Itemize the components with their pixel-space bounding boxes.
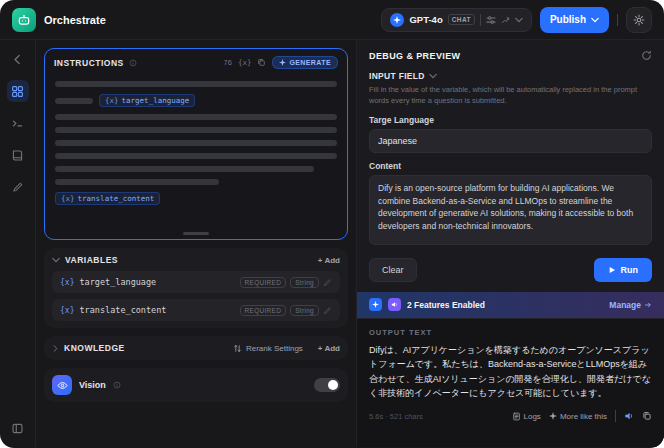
variable-token: {x} (60, 278, 74, 287)
knowledge-section: KNOWLEDGE Rerank Settings + Add (44, 336, 348, 360)
feature-sparkle-icon (369, 298, 382, 311)
back-button[interactable] (7, 48, 29, 70)
copy-icon[interactable] (257, 58, 266, 67)
variable-row-meta: REQUIRED String (240, 277, 333, 288)
instructions-toolbar: 76 {x} GENERATE (224, 56, 338, 69)
more-like-this-label: More like this (560, 412, 607, 421)
model-provider-icon (390, 13, 404, 27)
terminal-icon (11, 117, 24, 130)
collapse-panel-button[interactable] (7, 417, 29, 439)
insert-variable-button[interactable]: {x} (238, 58, 252, 67)
vision-icon (52, 375, 72, 395)
input-field-description: Fill in the value of the variable, which… (369, 85, 652, 107)
orchestrate-column: INSTRUCTIONS 76 {x} GENERATE (36, 40, 356, 447)
add-knowledge-button[interactable]: + Add (318, 344, 340, 353)
left-icon-rail (0, 40, 36, 447)
variable-row[interactable]: {x} target_language REQUIRED String (52, 271, 340, 293)
app-settings-button[interactable] (626, 7, 652, 33)
input-field-header[interactable]: INPUT FIELD (369, 71, 652, 81)
text-to-speech-button[interactable] (624, 411, 634, 421)
manage-label: Manage (609, 300, 641, 310)
features-label: 2 Features Enabled (407, 300, 485, 310)
run-controls: Clear Run (369, 258, 652, 282)
add-variable-button[interactable]: + Add (318, 256, 340, 265)
skeleton-line (55, 114, 337, 120)
model-name: GPT-4o (409, 14, 442, 25)
rerank-settings-button[interactable]: Rerank Settings (233, 344, 303, 353)
sparkle-icon (549, 412, 557, 420)
arrow-left-icon (11, 53, 24, 66)
manage-features-link[interactable]: Manage (609, 300, 652, 310)
clear-button[interactable]: Clear (369, 258, 417, 282)
model-temperature-icon[interactable] (501, 15, 510, 24)
copy-icon (642, 411, 652, 421)
divider (617, 14, 618, 26)
edit-variable-icon[interactable] (323, 278, 332, 287)
variable-row-meta: REQUIRED String (240, 305, 333, 316)
publish-label: Publish (550, 14, 586, 25)
play-icon (608, 266, 616, 274)
instructions-title: INSTRUCTIONS (54, 58, 124, 68)
divider (480, 14, 481, 26)
toggle-knob (328, 380, 338, 390)
model-params-icon[interactable] (486, 15, 496, 25)
variable-name: target_language (122, 96, 190, 105)
app-logo-icon[interactable] (12, 8, 36, 32)
more-like-this-button[interactable]: More like this (549, 412, 607, 421)
features-bar[interactable]: 2 Features Enabled Manage (357, 292, 664, 318)
prompt-editor[interactable]: {x} target_language {x} translate_conten… (45, 73, 347, 239)
restart-icon[interactable] (641, 50, 652, 61)
instructions-panel: INSTRUCTIONS 76 {x} GENERATE (44, 48, 348, 240)
variable-name: translate_content (79, 305, 166, 315)
vision-toggle[interactable] (314, 378, 340, 392)
type-badge: String (290, 277, 319, 288)
field-label: Targe Language (369, 115, 652, 125)
output-actions: Logs More like this (512, 410, 652, 422)
resize-handle[interactable] (183, 232, 209, 235)
run-button[interactable]: Run (594, 258, 653, 282)
variable-chip[interactable]: {x} target_language (99, 94, 195, 107)
prompt-line: {x} translate_content (55, 192, 337, 205)
skeleton-line (55, 166, 314, 172)
variable-token: {x} (60, 306, 74, 315)
sidebar-item-logs[interactable] (7, 144, 29, 166)
variable-token: {x} (105, 96, 119, 105)
copy-output-button[interactable] (642, 411, 652, 421)
sidebar-item-api[interactable] (7, 112, 29, 134)
sidebar-item-annotations[interactable] (7, 176, 29, 198)
model-chevron-down-icon (515, 16, 523, 24)
book-icon (11, 149, 24, 162)
info-icon (129, 59, 137, 67)
sidebar-item-orchestrate[interactable] (7, 80, 29, 102)
debug-preview-panel: DEBUG & PREVIEW INPUT FIELD Fill in the … (356, 40, 664, 447)
document-icon (512, 412, 521, 421)
edit-variable-icon[interactable] (323, 306, 332, 315)
app-window: Orchestrate GPT-4o CHAT (0, 0, 664, 448)
skeleton-line (55, 140, 337, 146)
variable-row[interactable]: {x} translate_content REQUIRED String (52, 299, 340, 321)
model-selector[interactable]: GPT-4o CHAT (381, 8, 531, 32)
publish-button[interactable]: Publish (540, 7, 609, 33)
sparkle-icon (279, 59, 286, 66)
run-label: Run (621, 265, 639, 275)
feature-speech-icon (388, 298, 401, 311)
layout-panel-icon (11, 422, 24, 435)
chevron-right-icon (52, 345, 59, 352)
variable-name: target_language (79, 277, 156, 287)
variable-chip[interactable]: {x} translate_content (55, 192, 160, 205)
logs-button[interactable]: Logs (512, 412, 541, 421)
content-textarea[interactable]: Dify is an open-source platform for buil… (369, 175, 652, 245)
target-language-input[interactable] (369, 129, 652, 153)
variables-header[interactable]: VARIABLES + Add (52, 255, 340, 265)
char-count: 76 (224, 58, 232, 67)
skeleton-line (55, 179, 219, 185)
logs-label: Logs (524, 412, 541, 421)
info-icon (113, 381, 121, 389)
input-field-title: INPUT FIELD (369, 71, 425, 81)
sort-arrows-icon (233, 344, 242, 353)
pencil-icon (12, 181, 24, 193)
skeleton-line (55, 153, 337, 159)
prompt-line: {x} target_language (55, 94, 337, 107)
generate-button[interactable]: GENERATE (272, 56, 338, 69)
knowledge-header[interactable]: KNOWLEDGE Rerank Settings + Add (52, 343, 340, 353)
